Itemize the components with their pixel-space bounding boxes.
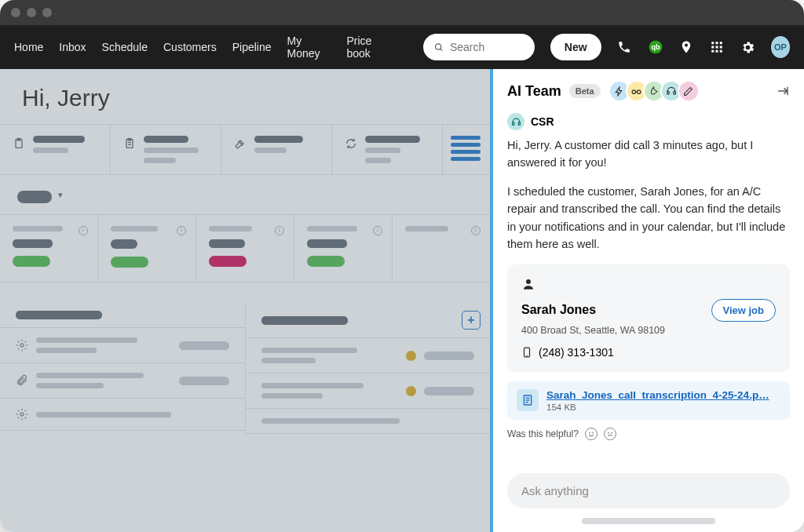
nav-price-book[interactable]: Price book xyxy=(346,35,391,60)
metrics-row: i i i i i xyxy=(0,214,490,282)
file-attachment[interactable]: Sarah_Jones_call_transcription_4-25-24.p… xyxy=(507,381,790,420)
qb-icon[interactable]: qb xyxy=(648,38,663,56)
table-header: + xyxy=(246,303,491,338)
svg-rect-25 xyxy=(673,92,674,95)
status-dot xyxy=(406,351,416,361)
file-name: Sarah_Jones_call_transcription_4-25-24.p… xyxy=(546,389,769,401)
ai-team-panel: AI Team Beta CSR Hi, Jerry. A customer d… xyxy=(490,69,804,532)
clipboard-list-icon xyxy=(123,137,136,150)
filter-row xyxy=(0,175,490,214)
svg-point-41 xyxy=(612,432,612,433)
status-chip xyxy=(307,256,345,267)
agent-name: CSR xyxy=(531,115,554,128)
thumbs-up-face[interactable] xyxy=(585,428,598,440)
agent-header: CSR xyxy=(507,113,790,130)
person-icon xyxy=(521,277,535,291)
svg-rect-28 xyxy=(512,122,513,125)
status-chip xyxy=(111,257,148,268)
svg-point-20 xyxy=(20,413,24,416)
location-icon[interactable] xyxy=(679,38,694,56)
svg-rect-12 xyxy=(720,50,722,53)
feedback-row: Was this helpful? xyxy=(507,428,790,440)
menu-toggle[interactable] xyxy=(443,125,490,174)
drag-handle[interactable] xyxy=(582,518,715,524)
info-icon[interactable]: i xyxy=(471,226,481,235)
apps-icon[interactable] xyxy=(710,38,725,56)
add-button[interactable]: + xyxy=(462,311,481,330)
panel-title: AI Team xyxy=(507,83,561,100)
metric-card[interactable]: i xyxy=(196,215,294,282)
stat-card[interactable] xyxy=(221,125,332,174)
right-table: + xyxy=(246,303,491,434)
info-icon[interactable]: i xyxy=(79,226,88,235)
svg-line-1 xyxy=(440,49,442,51)
info-icon[interactable]: i xyxy=(275,226,284,235)
table-row[interactable] xyxy=(0,363,245,399)
table-row[interactable] xyxy=(246,338,491,373)
new-button[interactable]: New xyxy=(550,34,601,60)
info-icon[interactable]: i xyxy=(373,226,382,235)
document-icon xyxy=(517,389,539,411)
window-max-dot[interactable] xyxy=(42,8,52,17)
stat-card[interactable] xyxy=(332,125,443,174)
svg-point-30 xyxy=(526,279,531,284)
window-min-dot[interactable] xyxy=(27,8,36,17)
stat-card[interactable] xyxy=(0,125,111,174)
wrench-icon xyxy=(234,137,247,150)
svg-rect-5 xyxy=(716,42,718,44)
nav-pipeline[interactable]: Pipeline xyxy=(232,41,272,53)
svg-point-38 xyxy=(590,432,590,433)
agent-chip-pencil[interactable] xyxy=(678,80,700,102)
nav-schedule[interactable]: Schedule xyxy=(102,41,148,53)
expand-icon[interactable] xyxy=(776,84,790,98)
nav-customers[interactable]: Customers xyxy=(163,41,217,53)
left-table xyxy=(0,303,246,434)
metric-card[interactable]: i xyxy=(294,215,393,282)
nav-my-money[interactable]: My Money xyxy=(287,35,331,60)
search-input[interactable] xyxy=(450,41,524,53)
svg-point-22 xyxy=(637,89,640,93)
svg-point-21 xyxy=(632,89,635,93)
table-row[interactable] xyxy=(0,399,245,431)
chat-input[interactable]: Ask anything xyxy=(507,473,790,508)
attachment-icon xyxy=(16,374,28,387)
panel-header: AI Team Beta xyxy=(493,69,804,113)
status-dot xyxy=(406,386,416,396)
helpful-label: Was this helpful? xyxy=(507,428,579,439)
table-row[interactable] xyxy=(246,409,491,434)
table-row[interactable] xyxy=(0,328,245,363)
info-icon[interactable]: i xyxy=(177,226,186,235)
panel-body: CSR Hi, Jerry. A customer did call 3 min… xyxy=(493,113,804,468)
window-close-dot[interactable] xyxy=(11,8,20,17)
metric-card[interactable]: i xyxy=(393,215,490,282)
svg-rect-10 xyxy=(711,50,714,53)
stat-card[interactable] xyxy=(111,125,221,174)
agent-chips xyxy=(613,80,700,102)
thumbs-down-face[interactable] xyxy=(604,428,616,440)
nav-inbox[interactable]: Inbox xyxy=(59,41,86,53)
search-box[interactable] xyxy=(423,34,535,60)
customer-address: 400 Broad St, Seattle, WA 98109 xyxy=(521,325,776,336)
main-dashboard: Hi, Jerry xyxy=(0,69,490,532)
svg-rect-8 xyxy=(716,46,718,49)
status-chip xyxy=(13,256,50,267)
table-row[interactable] xyxy=(246,373,491,409)
metric-card[interactable]: i xyxy=(0,215,98,282)
svg-text:qb: qb xyxy=(651,43,660,51)
message-text: I scheduled the customer, Sarah Jones, f… xyxy=(507,183,790,253)
clipboard-icon xyxy=(13,137,25,150)
phone-icon[interactable] xyxy=(617,38,632,56)
svg-point-0 xyxy=(435,43,440,49)
user-avatar[interactable]: OP xyxy=(771,36,790,58)
view-job-button[interactable]: View job xyxy=(711,299,777,322)
mobile-icon xyxy=(521,345,532,359)
refresh-icon xyxy=(345,137,357,150)
app-window: Home Inbox Schedule Customers Pipeline M… xyxy=(0,0,804,532)
filter-dropdown[interactable] xyxy=(17,191,52,203)
gear-icon[interactable] xyxy=(740,38,755,56)
metric-card[interactable]: i xyxy=(98,215,196,282)
nav-home[interactable]: Home xyxy=(14,41,43,53)
file-size: 154 KB xyxy=(546,403,769,412)
message-text: Hi, Jerry. A customer did call 3 minutes… xyxy=(507,137,790,172)
svg-rect-9 xyxy=(720,46,722,49)
